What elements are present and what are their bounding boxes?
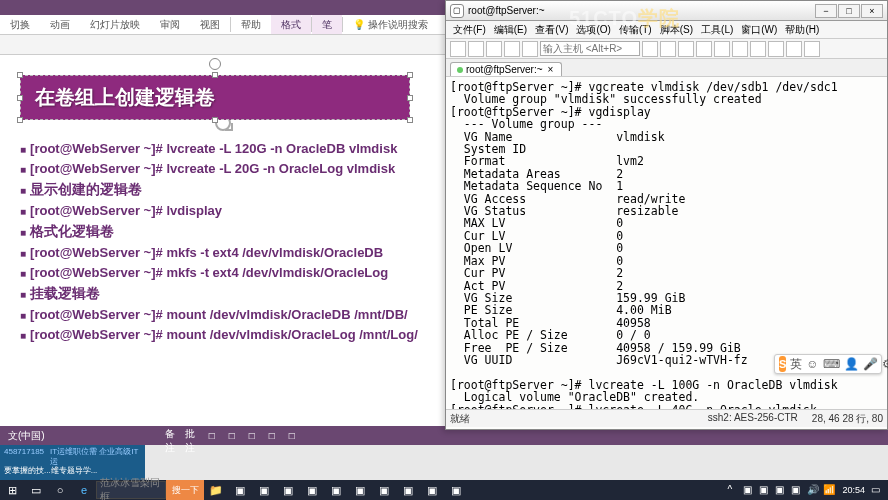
ribbon-tab[interactable]: 帮助	[231, 15, 271, 34]
rotate-handle[interactable]	[209, 58, 221, 70]
toolbar-icon[interactable]	[642, 41, 658, 57]
toolbar-icon[interactable]	[750, 41, 766, 57]
ribbon-tab[interactable]: 幻灯片放映	[80, 15, 150, 34]
toolbar-icon[interactable]	[732, 41, 748, 57]
ime-mic-icon[interactable]: 🎤	[863, 357, 878, 371]
ime-gear-icon[interactable]: ⚙	[882, 357, 888, 371]
app-icon[interactable]: ▣	[228, 480, 252, 500]
toolbar-icon[interactable]	[714, 41, 730, 57]
taskview-icon[interactable]: ▭	[24, 480, 48, 500]
ribbon-tab[interactable]: 动画	[40, 15, 80, 34]
host-input[interactable]	[540, 41, 640, 56]
menu-item[interactable]: 选项(O)	[573, 23, 613, 37]
ime-logo-icon: S	[779, 356, 786, 372]
toolbar-icon[interactable]	[786, 41, 802, 57]
resize-handle[interactable]	[17, 72, 23, 78]
maximize-button[interactable]: □	[838, 4, 860, 18]
menu-item[interactable]: 工具(L)	[698, 23, 736, 37]
toolbar-icon[interactable]	[804, 41, 820, 57]
ribbon-tab[interactable]: 审阅	[150, 15, 190, 34]
comments-button[interactable]: ■ 批注	[185, 429, 199, 443]
terminal-tab[interactable]: root@ftpServer:~ ×	[450, 62, 562, 76]
terminal-icon: ▢	[450, 4, 464, 18]
search-button[interactable]: 搜一下	[166, 480, 204, 500]
ime-keyboard-icon[interactable]: ⌨	[823, 357, 840, 371]
status-lang: 文(中国)	[8, 429, 45, 443]
promo-line1: IT运维职位需 企业高级IT运	[50, 447, 141, 466]
app-icon[interactable]: ▣	[348, 480, 372, 500]
app-icon[interactable]: ▣	[252, 480, 276, 500]
toolbar-icon[interactable]	[768, 41, 784, 57]
notes-button[interactable]: ≡ 备注	[165, 429, 179, 443]
terminal-menu: 文件(F) 编辑(E) 查看(V) 选项(O) 传输(T) 脚本(S) 工具(L…	[446, 21, 887, 39]
app-icon[interactable]: ▣	[324, 480, 348, 500]
status-ready: 就绪	[450, 412, 470, 426]
ime-smile-icon[interactable]: ☺	[806, 357, 818, 371]
menu-item[interactable]: 脚本(S)	[657, 23, 696, 37]
terminal-titlebar[interactable]: ▢ root@ftpServer:~ − □ ×	[446, 1, 887, 21]
app-icon[interactable]: ▣	[420, 480, 444, 500]
tray-icon[interactable]: ▣	[775, 484, 788, 497]
close-button[interactable]: ×	[861, 4, 883, 18]
promo-line2: 要掌握的技...维专题导学...	[4, 466, 141, 476]
tab-close-icon[interactable]: ×	[546, 64, 556, 75]
promo-box[interactable]: 458717185IT运维职位需 企业高级IT运 要掌握的技...维专题导学..…	[0, 445, 145, 480]
toolbar-icon[interactable]	[468, 41, 484, 57]
menu-item[interactable]: 查看(V)	[532, 23, 571, 37]
app-icon[interactable]: ▣	[372, 480, 396, 500]
tray-up-icon[interactable]: ^	[727, 484, 740, 497]
menu-item[interactable]: 文件(F)	[450, 23, 489, 37]
resize-handle[interactable]	[407, 117, 413, 123]
toolbar-icon[interactable]	[450, 41, 466, 57]
app-icon[interactable]: ▣	[300, 480, 324, 500]
volume-icon[interactable]: 🔊	[807, 484, 820, 497]
slide-title-box[interactable]: 在卷组上创建逻辑卷	[20, 75, 410, 120]
resize-handle[interactable]	[407, 72, 413, 78]
cortana-icon[interactable]: ○	[48, 480, 72, 500]
network-icon[interactable]: 📶	[823, 484, 836, 497]
toolbar-icon[interactable]	[486, 41, 502, 57]
app-icon[interactable]: ▣	[396, 480, 420, 500]
resize-handle[interactable]	[407, 95, 413, 101]
ribbon-tab[interactable]: 切换	[0, 15, 40, 34]
status-actions: ≡ 备注 ■ 批注 □ □ □ □ □	[165, 429, 299, 443]
tray-icon[interactable]: ▣	[759, 484, 772, 497]
view-extra-icon[interactable]: □	[285, 429, 299, 443]
view-slideshow-icon[interactable]: □	[265, 429, 279, 443]
resize-handle[interactable]	[17, 95, 23, 101]
view-sorter-icon[interactable]: □	[225, 429, 239, 443]
search-box[interactable]: 范冰冰雪梨同框	[96, 481, 166, 499]
menu-item[interactable]: 窗口(W)	[738, 23, 780, 37]
notif-icon[interactable]: ▭	[871, 484, 884, 497]
terminal-title: root@ftpServer:~	[468, 5, 545, 16]
ribbon-tab[interactable]: 视图	[190, 15, 230, 34]
resize-handle[interactable]	[212, 72, 218, 78]
resize-handle[interactable]	[17, 117, 23, 123]
menu-item[interactable]: 编辑(E)	[491, 23, 530, 37]
ie-icon[interactable]: e	[72, 480, 96, 500]
app-icon[interactable]: ▣	[276, 480, 300, 500]
ribbon-tab-pen[interactable]: 笔	[312, 15, 342, 34]
view-normal-icon[interactable]: □	[205, 429, 219, 443]
menu-item[interactable]: 帮助(H)	[782, 23, 822, 37]
toolbar-icon[interactable]	[504, 41, 520, 57]
ime-user-icon[interactable]: 👤	[844, 357, 859, 371]
toolbar-icon[interactable]	[660, 41, 676, 57]
resize-handle[interactable]	[212, 117, 218, 123]
clock[interactable]: 20:54	[839, 486, 868, 495]
start-button[interactable]: ⊞	[0, 480, 24, 500]
app-icon[interactable]: ▣	[444, 480, 468, 500]
menu-item[interactable]: 传输(T)	[616, 23, 655, 37]
tray-icon[interactable]: ▣	[743, 484, 756, 497]
ribbon-tab-format[interactable]: 格式	[271, 15, 311, 34]
explorer-icon[interactable]: 📁	[204, 480, 228, 500]
toolbar-icon[interactable]	[696, 41, 712, 57]
ime-lang[interactable]: 英	[790, 356, 802, 373]
tray-icon[interactable]: ▣	[791, 484, 804, 497]
toolbar-icon[interactable]	[522, 41, 538, 57]
ribbon-tell-me[interactable]: 💡 操作说明搜索	[343, 15, 438, 34]
view-reading-icon[interactable]: □	[245, 429, 259, 443]
toolbar-icon[interactable]	[678, 41, 694, 57]
minimize-button[interactable]: −	[815, 4, 837, 18]
ime-panel[interactable]: S 英 ☺ ⌨ 👤 🎤 ⚙	[774, 354, 882, 374]
